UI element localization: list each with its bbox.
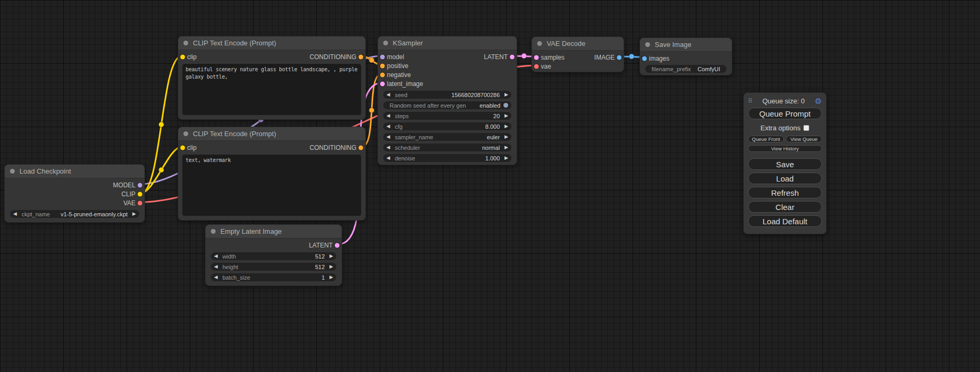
node-title-bar[interactable]: Save Image <box>640 38 732 52</box>
widget-value: v1-5-pruned-emaonly.ckpt <box>61 211 128 217</box>
samples-input-port[interactable] <box>534 55 539 60</box>
increment-arrow-icon[interactable]: ▶ <box>329 254 333 259</box>
filename-prefix-widget[interactable]: filename_prefix ComfyUI <box>645 65 726 73</box>
image-output-port[interactable] <box>617 55 622 60</box>
widget-value: 1 <box>322 274 325 281</box>
batch-size-widget[interactable]: ◀ batch_size 1 ▶ <box>211 273 336 281</box>
decrement-arrow-icon[interactable]: ◀ <box>386 156 390 160</box>
increment-arrow-icon[interactable]: ▶ <box>329 275 333 280</box>
queue-front-button[interactable]: Queue Front <box>748 136 784 142</box>
latent-output-label: LATENT <box>484 53 508 61</box>
increment-arrow-icon[interactable]: ▶ <box>504 124 508 129</box>
vae-output-port[interactable] <box>138 201 142 205</box>
widget-value: ComfyUI <box>697 66 720 72</box>
node-title-bar[interactable]: Empty Latent Image <box>206 225 342 239</box>
collapse-dot[interactable] <box>10 169 15 174</box>
load-default-button[interactable]: Load Default <box>748 215 822 227</box>
save-button[interactable]: Save <box>748 158 822 170</box>
collapse-dot[interactable] <box>183 41 188 45</box>
node-empty-latent-image[interactable]: Empty Latent Image LATENT ◀ width 512 ▶ … <box>205 224 342 286</box>
view-history-button[interactable]: View History <box>748 145 822 152</box>
seed-widget[interactable]: ◀ seed 156680208700286 ▶ <box>383 91 511 99</box>
collapse-dot[interactable] <box>211 229 216 234</box>
decrement-arrow-icon[interactable]: ◀ <box>214 275 218 280</box>
negative-input-port[interactable] <box>380 72 385 77</box>
node-title-bar[interactable]: CLIP Text Encode (Prompt) <box>178 127 365 141</box>
width-widget[interactable]: ◀ width 512 ▶ <box>211 252 336 260</box>
collapse-dot[interactable] <box>645 42 650 47</box>
images-input-port[interactable] <box>642 56 647 61</box>
negative-input-label: negative <box>387 71 411 79</box>
height-widget[interactable]: ◀ height 512 ▶ <box>211 263 336 271</box>
refresh-button[interactable]: Refresh <box>748 187 822 198</box>
decrement-arrow-icon[interactable]: ◀ <box>214 254 218 259</box>
node-ksampler[interactable]: KSampler model LATENT positive negative … <box>377 36 517 165</box>
increment-arrow-icon[interactable]: ▶ <box>132 212 136 216</box>
extra-options-checkbox[interactable] <box>803 125 809 131</box>
node-vae-decode[interactable]: VAE Decode samples IMAGE vae <box>531 36 624 72</box>
widget-value: 512 <box>315 253 325 260</box>
clip-input-port[interactable] <box>180 145 185 150</box>
view-queue-button[interactable]: View Queue <box>786 136 822 142</box>
collapse-dot[interactable] <box>183 131 188 136</box>
clip-input-port[interactable] <box>180 54 185 59</box>
model-input-port[interactable] <box>380 54 385 59</box>
increment-arrow-icon[interactable]: ▶ <box>504 92 508 97</box>
node-title-bar[interactable]: VAE Decode <box>532 37 624 51</box>
decrement-arrow-icon[interactable]: ◀ <box>386 113 390 118</box>
ckpt-name-widget[interactable]: ◀ ckpt_name v1-5-pruned-emaonly.ckpt ▶ <box>10 210 139 218</box>
conditioning-output-port[interactable] <box>358 54 363 59</box>
link-midpoint <box>369 58 374 63</box>
model-input-label: model <box>387 53 404 61</box>
queue-prompt-button[interactable]: Queue Prompt <box>748 108 822 119</box>
latent-output-port[interactable] <box>335 243 339 247</box>
node-title-bar[interactable]: Load Checkpoint <box>5 165 144 178</box>
decrement-arrow-icon[interactable]: ◀ <box>386 92 390 97</box>
node-title-bar[interactable]: CLIP Text Encode (Prompt) <box>178 36 365 50</box>
clip-output-port[interactable] <box>138 192 142 196</box>
widget-label: seed <box>395 92 407 98</box>
widget-value: euler <box>487 134 500 140</box>
node-clip-text-encode-negative[interactable]: CLIP Text Encode (Prompt) clip CONDITION… <box>178 127 366 221</box>
vae-input-port[interactable] <box>534 64 539 69</box>
clear-button[interactable]: Clear <box>748 201 822 213</box>
latent-image-input-port[interactable] <box>380 81 385 86</box>
node-clip-text-encode-positive[interactable]: CLIP Text Encode (Prompt) clip CONDITION… <box>178 36 366 120</box>
random-seed-toggle[interactable] <box>503 103 508 108</box>
latent-output-port[interactable] <box>510 54 515 59</box>
steps-widget[interactable]: ◀ steps 20 ▶ <box>383 112 511 120</box>
settings-gear-icon[interactable]: ⚙ <box>815 97 822 105</box>
denoise-widget[interactable]: ◀ denoise 1.000 ▶ <box>383 154 511 162</box>
node-title-bar[interactable]: KSampler <box>378 36 517 50</box>
decrement-arrow-icon[interactable]: ◀ <box>386 135 390 139</box>
increment-arrow-icon[interactable]: ▶ <box>504 145 508 150</box>
node-save-image[interactable]: Save Image images filename_prefix ComfyU… <box>639 37 732 75</box>
decrement-arrow-icon[interactable]: ◀ <box>13 212 17 216</box>
increment-arrow-icon[interactable]: ▶ <box>504 135 508 139</box>
random-seed-widget[interactable]: Random seed after every gen enabled <box>383 101 511 109</box>
widget-value: 1.000 <box>486 155 500 161</box>
decrement-arrow-icon[interactable]: ◀ <box>386 145 390 150</box>
positive-input-port[interactable] <box>380 63 385 68</box>
model-output-port[interactable] <box>138 183 142 187</box>
increment-arrow-icon[interactable]: ▶ <box>504 113 508 118</box>
drag-handle-icon[interactable]: ⠿ <box>748 98 752 104</box>
increment-arrow-icon[interactable]: ▶ <box>504 156 508 160</box>
load-button[interactable]: Load <box>748 173 822 184</box>
prompt-textarea[interactable]: text, watermark <box>182 155 361 216</box>
model-output-label: MODEL <box>113 182 135 189</box>
widget-label: height <box>222 264 238 270</box>
collapse-dot[interactable] <box>383 41 388 45</box>
collapse-dot[interactable] <box>537 41 542 46</box>
cfg-widget[interactable]: ◀ cfg 8.000 ▶ <box>383 122 511 130</box>
decrement-arrow-icon[interactable]: ◀ <box>386 124 390 129</box>
conditioning-output-port[interactable] <box>358 145 363 150</box>
widget-value: normal <box>482 145 500 151</box>
sampler-name-widget[interactable]: ◀ sampler_name euler ▶ <box>383 133 511 141</box>
increment-arrow-icon[interactable]: ▶ <box>329 264 333 269</box>
graph-canvas[interactable]: Load Checkpoint MODEL CLIP VAE ◀ ckpt_na… <box>0 0 980 372</box>
node-load-checkpoint[interactable]: Load Checkpoint MODEL CLIP VAE ◀ ckpt_na… <box>4 164 145 223</box>
prompt-textarea[interactable]: beautiful scenery nature glass bottle la… <box>182 64 361 115</box>
scheduler-widget[interactable]: ◀ scheduler normal ▶ <box>383 144 511 151</box>
decrement-arrow-icon[interactable]: ◀ <box>214 264 218 269</box>
